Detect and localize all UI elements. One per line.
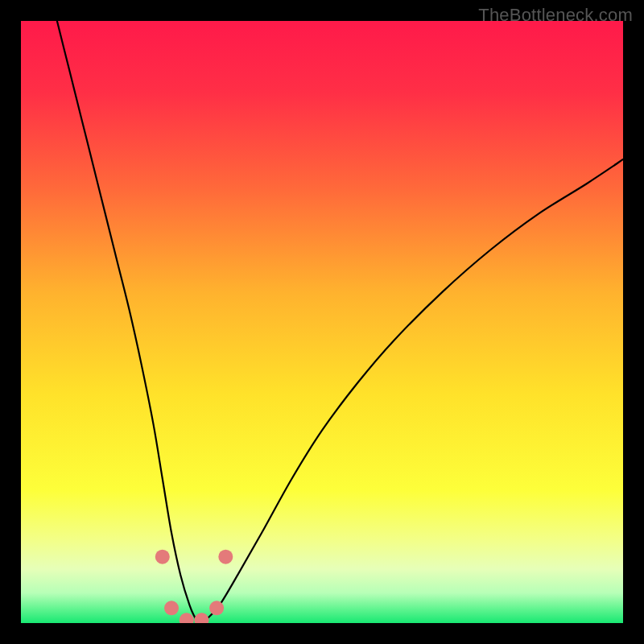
- curve-marker: [180, 613, 194, 623]
- curve-marker: [209, 601, 224, 615]
- plot-inner: [21, 21, 623, 623]
- curve-marker: [155, 550, 170, 564]
- plot-area: [21, 21, 623, 623]
- bottleneck-curve: [57, 21, 623, 623]
- watermark-text: TheBottleneck.com: [478, 5, 633, 26]
- curve-marker: [194, 613, 208, 623]
- curve-marker: [164, 601, 179, 615]
- chart-frame: TheBottleneck.com: [0, 0, 644, 644]
- curve-layer: [21, 21, 623, 623]
- curve-marker: [218, 550, 233, 564]
- curve-markers: [155, 550, 233, 623]
